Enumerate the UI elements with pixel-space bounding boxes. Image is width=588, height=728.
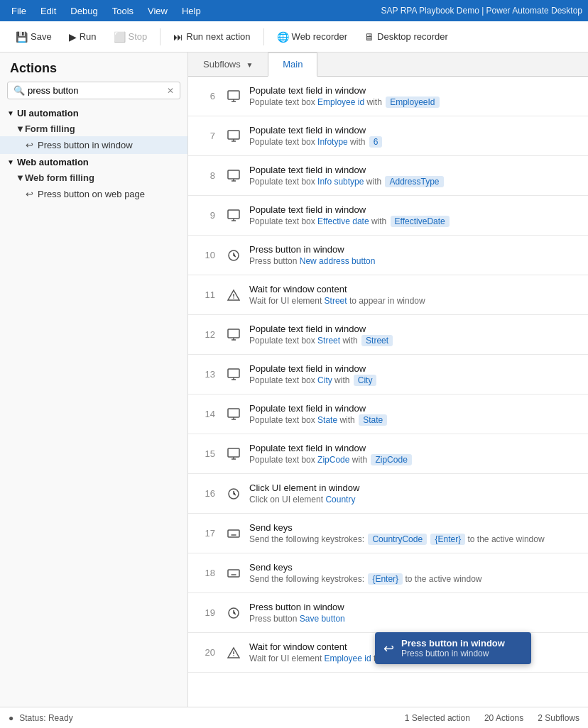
- chevron-down-icon: ▼: [7, 158, 14, 166]
- row-content: Populate text field in window Populate t…: [244, 204, 588, 226]
- sidebar-subgroup-form-filling[interactable]: ▼ Form filling: [0, 121, 187, 136]
- menu-debug[interactable]: Debug: [65, 4, 103, 18]
- row-title: Populate text field in window: [249, 403, 582, 414]
- row-number: 18: [188, 568, 224, 578]
- table-row: 6 Populate text field in window Populate…: [188, 77, 588, 116]
- clear-search-icon[interactable]: ✕: [167, 86, 174, 96]
- table-row: 15 Populate text field in window Populat…: [188, 434, 588, 474]
- svg-rect-9: [228, 369, 239, 377]
- desktop-recorder-icon: 🖥: [364, 31, 374, 43]
- row-content: Press button in window Press button Save…: [244, 602, 588, 624]
- row-title: Populate text field in window: [249, 324, 582, 334]
- row-title: Click UI element in window: [249, 482, 582, 493]
- menu-view[interactable]: View: [142, 4, 173, 18]
- tab-subflows[interactable]: Subflows ▼: [188, 53, 268, 76]
- row-number: 17: [188, 528, 224, 539]
- chevron-down-icon: ▼: [7, 109, 14, 117]
- sidebar-item-press-button-window[interactable]: ↩ Press button in window: [0, 136, 187, 154]
- keyboard-icon: [224, 567, 244, 580]
- save-label: Save: [31, 31, 52, 42]
- table-row: 11 Wait for window content Wait for UI e…: [188, 275, 588, 315]
- row-desc: Press button Save button: [249, 614, 582, 624]
- row-title: Populate text field in window: [249, 363, 582, 374]
- run-button[interactable]: ▶ Run: [62, 28, 104, 45]
- chevron-down-icon: ▼: [16, 123, 25, 134]
- row-number: 10: [188, 250, 224, 260]
- cursor-icon: [224, 607, 244, 619]
- sidebar: Actions 🔍 ✕ ▼ UI automation ▼ Form filli…: [0, 53, 188, 707]
- row-desc: Populate text box Effective date with Ef…: [249, 216, 582, 226]
- search-input[interactable]: [28, 85, 167, 96]
- row-number: 9: [188, 210, 224, 221]
- flow-list: 6 Populate text field in window Populate…: [188, 77, 588, 707]
- row-desc: Send the following keystrokes: CountryCo…: [249, 534, 582, 544]
- tooltip-cursor-icon: ↩: [383, 641, 394, 656]
- row-number: 20: [188, 647, 224, 658]
- row-desc: Wait for UI element Street to appear in …: [249, 296, 582, 306]
- sidebar-subgroup-web-form-filling-label: Web form filling: [25, 172, 94, 183]
- table-row: 10 Press button in window Press button N…: [188, 236, 588, 275]
- row-desc: Populate text box ZipCode with ZipCode: [249, 455, 582, 465]
- sidebar-group-ui-automation[interactable]: ▼ UI automation: [0, 105, 187, 121]
- run-next-icon: ⏭: [173, 31, 183, 43]
- run-label: Run: [80, 31, 97, 42]
- row-title: Populate text field in window: [249, 125, 582, 136]
- row-number: 16: [188, 488, 224, 499]
- menu-file[interactable]: File: [6, 4, 32, 18]
- cursor-icon: [224, 487, 244, 500]
- row-desc: Populate text box City with City: [249, 375, 582, 385]
- run-next-button[interactable]: ⏭ Run next action: [166, 28, 257, 45]
- menu-help[interactable]: Help: [176, 4, 207, 18]
- row-number: 8: [188, 170, 224, 181]
- sidebar-item-press-button-window-label: Press button in window: [38, 140, 133, 150]
- row-desc: Populate text box Street with Street: [249, 336, 582, 346]
- menu-edit[interactable]: Edit: [35, 4, 62, 18]
- row-content: Press button in window Press button New …: [244, 244, 588, 266]
- tabs-bar: Subflows ▼ Main: [188, 53, 588, 77]
- save-button[interactable]: 💾 Save: [9, 28, 59, 45]
- svg-rect-11: [228, 448, 239, 457]
- row-desc: Populate text box Employee id with Emplo…: [249, 97, 582, 107]
- sidebar-subgroup-web-form-filling[interactable]: ▼ Web form filling: [0, 170, 187, 185]
- table-row: 18 Send keys Send the following keystrok…: [188, 553, 588, 593]
- row-content: Populate text field in window Populate t…: [244, 403, 588, 425]
- sidebar-item-press-button-web[interactable]: ↩ Press button on web page: [0, 185, 187, 203]
- row-number: 13: [188, 369, 224, 380]
- run-next-label: Run next action: [186, 31, 250, 42]
- tab-subflows-label: Subflows: [203, 59, 241, 70]
- row-number: 6: [188, 91, 224, 101]
- desktop-recorder-button[interactable]: 🖥 Desktop recorder: [357, 28, 455, 45]
- row-desc: Send the following keystrokes: {Enter} t…: [249, 574, 582, 584]
- web-recorder-button[interactable]: 🌐 Web recorder: [270, 28, 355, 45]
- menu-tools[interactable]: Tools: [107, 4, 139, 18]
- search-icon: 🔍: [13, 85, 25, 96]
- svg-rect-0: [228, 91, 239, 99]
- chevron-down-icon: ▼: [246, 61, 253, 69]
- row-desc: Populate text box Infotype with 6: [249, 137, 582, 147]
- cursor-icon: ↩: [26, 140, 33, 150]
- row-desc: Click on UI element Country: [249, 495, 582, 504]
- stop-button[interactable]: ⬜ Stop: [107, 28, 155, 45]
- status-right: 1 Selected action 20 Actions 2 Subflows: [405, 713, 579, 723]
- sidebar-item-press-button-web-label: Press button on web page: [38, 189, 145, 199]
- tab-main[interactable]: Main: [268, 53, 317, 77]
- table-row: 17 Send keys Send the following keystrok…: [188, 514, 588, 553]
- stop-icon: ⬜: [114, 31, 126, 43]
- sidebar-group-web-automation[interactable]: ▼ Web automation: [0, 154, 187, 170]
- table-row: 12 Populate text field in window Populat…: [188, 315, 588, 355]
- row-content: Populate text field in window Populate t…: [244, 443, 588, 465]
- wait-icon: [224, 646, 244, 659]
- row-content: Send keys Send the following keystrokes:…: [244, 522, 588, 544]
- svg-rect-3: [228, 210, 239, 219]
- sidebar-group-web-automation-label: Web automation: [17, 157, 89, 167]
- svg-rect-8: [228, 329, 239, 338]
- sidebar-tree: ▼ UI automation ▼ Form filling ↩ Press b…: [0, 105, 187, 707]
- row-title: Populate text field in window: [249, 204, 582, 215]
- row-title: Populate text field in window: [249, 85, 582, 96]
- row-title: Send keys: [249, 522, 582, 533]
- chevron-down-icon: ▼: [16, 172, 25, 183]
- row-title: Press button in window: [249, 244, 582, 255]
- sidebar-title: Actions: [0, 53, 187, 82]
- row-title: Wait for window content: [249, 284, 582, 294]
- table-row: 14 Populate text field in window Populat…: [188, 395, 588, 434]
